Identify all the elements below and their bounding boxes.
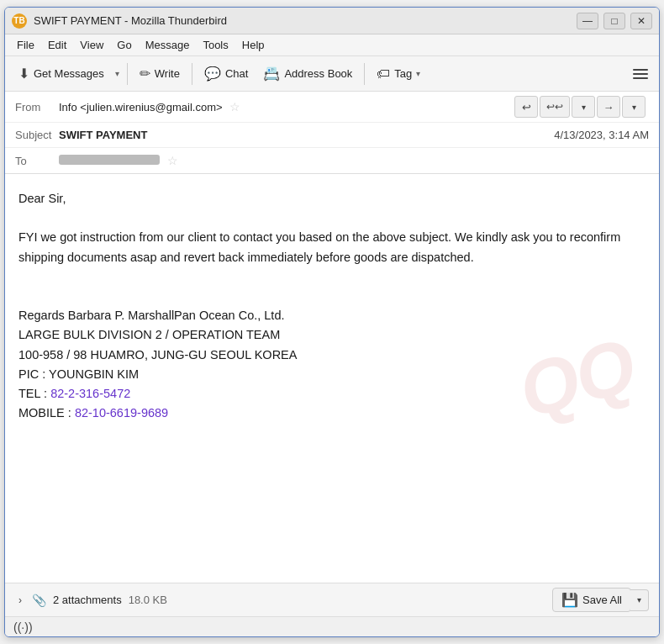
subject-row: Subject SWIFT PAYMENT 4/13/2023, 3:14 AM xyxy=(5,123,659,148)
save-all-button[interactable]: 💾 Save All xyxy=(552,588,631,612)
get-messages-button[interactable]: ⬇ Get Messages xyxy=(12,62,111,85)
menu-file[interactable]: File xyxy=(10,37,41,53)
email-header: From Info <julien.wirenius@gmail.com> ☆ … xyxy=(5,92,659,174)
tag-button[interactable]: 🏷 Tag ▾ xyxy=(370,63,427,85)
tag-label: Tag xyxy=(394,67,412,80)
attachments-expand-button[interactable]: › xyxy=(15,593,25,608)
save-all-dropdown-button[interactable]: ▾ xyxy=(630,589,649,611)
to-star-icon[interactable]: ☆ xyxy=(167,154,178,167)
subject-label: Subject xyxy=(15,129,59,141)
chat-button[interactable]: 💬 Chat xyxy=(198,62,255,85)
chat-icon: 💬 xyxy=(204,66,221,82)
toolbar-separator-3 xyxy=(364,63,365,85)
menu-message[interactable]: Message xyxy=(139,37,197,53)
application-window: TB SWIFT PAYMENT - Mozilla Thunderbird —… xyxy=(4,7,660,637)
from-name: Info <julien.wirenius@gmail.com> xyxy=(59,101,223,113)
minimize-button[interactable]: — xyxy=(577,13,598,29)
get-messages-dropdown-button[interactable]: ▾ xyxy=(113,66,122,82)
attachment-clip-icon: 📎 xyxy=(32,594,46,607)
nav-arrows: ↩ ↩↩ ▾ → ▾ xyxy=(514,96,649,118)
email-content: Dear Sir, FYI we got instruction from ou… xyxy=(18,189,646,423)
date-value: 4/13/2023, 3:14 AM xyxy=(554,129,649,141)
tag-icon: 🏷 xyxy=(377,66,390,82)
from-row: From Info <julien.wirenius@gmail.com> ☆ … xyxy=(5,92,659,123)
hamburger-menu-button[interactable] xyxy=(629,62,652,86)
regards-line: Regards Barbara P. MarshallPan Ocean Co.… xyxy=(18,306,646,325)
from-star-icon[interactable]: ☆ xyxy=(229,100,240,113)
close-button[interactable]: ✕ xyxy=(630,13,652,29)
restore-button[interactable]: □ xyxy=(603,13,625,29)
tel-label: TEL : xyxy=(18,387,50,400)
to-row: To ☆ xyxy=(5,148,659,173)
reply-button[interactable]: ↩ xyxy=(514,96,538,118)
hamburger-line-1 xyxy=(633,69,648,71)
statusbar: ((·)) xyxy=(5,616,659,636)
write-icon: ✏ xyxy=(140,66,150,82)
mobile-label: MOBILE : xyxy=(18,406,75,420)
reply-all-button[interactable]: ↩↩ xyxy=(540,96,570,118)
write-label: Write xyxy=(155,67,180,80)
get-messages-icon: ⬇ xyxy=(18,66,29,82)
get-messages-dropdown-arrow: ▾ xyxy=(115,69,119,78)
tag-dropdown-arrow: ▾ xyxy=(416,69,420,78)
tel-line: TEL : 82-2-316-5472 xyxy=(18,384,646,404)
save-all-label: Save All xyxy=(582,594,622,606)
mobile-link[interactable]: 82-10-6619-9689 xyxy=(75,406,168,420)
menubar: File Edit View Go Message Tools Help xyxy=(5,34,659,56)
email-body: QQ Dear Sir, FYI we got instruction from… xyxy=(5,174,659,583)
toolbar-separator-2 xyxy=(192,63,192,85)
nav-dropdown-2[interactable]: ▾ xyxy=(622,96,646,118)
tel-link[interactable]: 82-2-316-5472 xyxy=(50,387,130,400)
toolbar-separator-1 xyxy=(127,63,128,85)
attachment-count: 2 attachments xyxy=(53,594,122,606)
address-book-button[interactable]: 📇 Address Book xyxy=(256,62,359,85)
wifi-icon: ((·)) xyxy=(13,620,33,634)
menu-go[interactable]: Go xyxy=(110,37,138,53)
attachments-bar: › 📎 2 attachments 18.0 KB 💾 Save All ▾ xyxy=(5,583,659,616)
to-address-blurred xyxy=(59,155,160,165)
menu-help[interactable]: Help xyxy=(235,37,271,53)
attachment-size: 18.0 KB xyxy=(129,594,167,606)
menu-view[interactable]: View xyxy=(73,37,110,53)
window-title: SWIFT PAYMENT - Mozilla Thunderbird xyxy=(34,14,577,27)
from-value: Info <julien.wirenius@gmail.com> ☆ xyxy=(59,100,514,113)
hamburger-line-3 xyxy=(633,77,648,79)
division-line: LARGE BULK DIVISION 2 / OPERATION TEAM xyxy=(18,325,646,345)
address-book-label: Address Book xyxy=(284,67,352,80)
menu-tools[interactable]: Tools xyxy=(196,37,235,53)
toolbar: ⬇ Get Messages ▾ ✏ Write 💬 Chat 📇 Addres… xyxy=(5,56,659,92)
address-book-icon: 📇 xyxy=(263,66,280,82)
write-button[interactable]: ✏ Write xyxy=(133,62,187,85)
subject-value: SWIFT PAYMENT xyxy=(59,129,554,141)
app-icon: TB xyxy=(12,13,27,29)
save-all-group: 💾 Save All ▾ xyxy=(552,588,649,612)
hamburger-line-2 xyxy=(633,73,648,75)
from-label: From xyxy=(15,101,59,113)
greeting: Dear Sir, xyxy=(18,189,646,209)
titlebar: TB SWIFT PAYMENT - Mozilla Thunderbird —… xyxy=(5,8,659,34)
pic-line: PIC : YOUNGBIN KIM xyxy=(18,365,646,384)
to-value: ☆ xyxy=(59,154,649,167)
forward-button[interactable]: → xyxy=(597,96,620,118)
mobile-line: MOBILE : 82-10-6619-9689 xyxy=(18,404,646,423)
to-label: To xyxy=(15,155,59,167)
nav-dropdown-1[interactable]: ▾ xyxy=(572,96,595,118)
address-line: 100-958 / 98 HUAMRO, JUNG-GU SEOUL KOREA xyxy=(18,346,646,365)
window-controls: — □ ✕ xyxy=(577,13,652,29)
save-all-icon: 💾 xyxy=(561,592,578,608)
paragraph1: FYI we got instruction from our client t… xyxy=(18,228,646,267)
chat-label: Chat xyxy=(225,67,248,80)
menu-edit[interactable]: Edit xyxy=(41,37,73,53)
get-messages-label: Get Messages xyxy=(34,67,104,80)
